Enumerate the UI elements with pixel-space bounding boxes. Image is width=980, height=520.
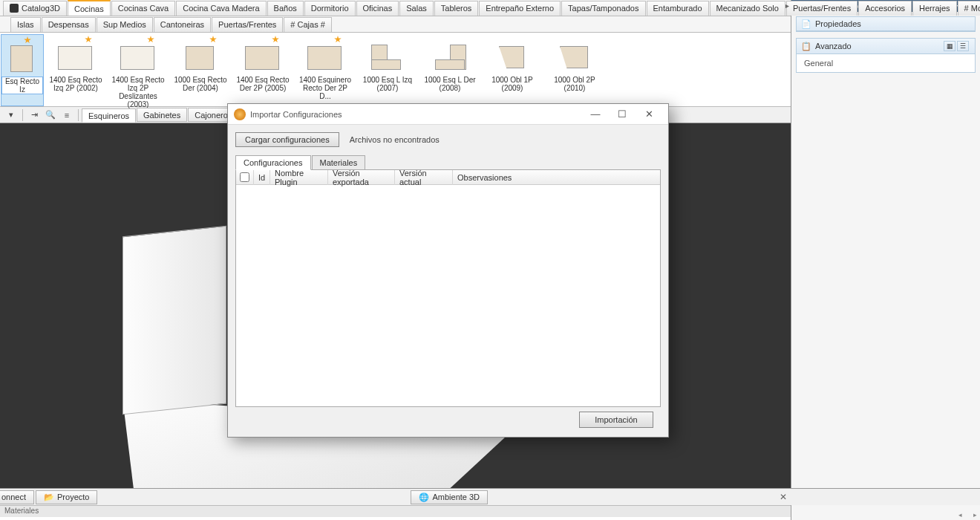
gallery-label: 1000 Esq Recto Der (2004) [170,76,231,92]
tab-tableros[interactable]: Tableros [434,1,479,16]
tab-mecanizado[interactable]: Mecanizado Solo [710,1,785,16]
gallery-label: 1400 Esq Recto Der 2P (2005) [232,76,293,92]
star-icon [147,36,154,43]
scroll-left-icon[interactable]: ◂ [958,511,962,519]
gallery-item[interactable]: 1000 Obl 2P (2010) [544,34,605,106]
avanzado-box: 📋 Avanzado ▦ ☰ General [796,38,976,73]
import-dialog: Importar Configuraciones — ☐ ✕ Cargar co… [227,103,669,438]
tab-configuraciones[interactable]: Configuraciones [235,155,311,170]
app-icon [234,108,246,120]
panel-shape [122,231,226,409]
tab-catalog3d[interactable]: Catalog3D [3,1,67,16]
col-version-exp[interactable]: Versión exportada [328,170,395,185]
tab-montaje[interactable]: # Montaje # [958,1,980,16]
tab-dormitorio[interactable]: Dormitorio [304,1,356,16]
dialog-titlebar[interactable]: Importar Configuraciones — ☐ ✕ [228,104,668,125]
view-grid-icon[interactable]: ▦ [944,41,956,51]
gallery-item-selected[interactable]: Esq Recto Iz [1,34,44,106]
search-icon[interactable]: 🔍 [45,109,56,121]
tab-cocinas[interactable]: Cocinas [68,0,111,16]
gallery-label: 1000 Esq L Der (2008) [419,76,480,92]
separator [22,109,23,121]
tab-cajas[interactable]: # Cajas # [284,17,331,32]
tab-tapas[interactable]: Tapas/Tamponados [561,1,645,16]
main-tabs-row1: Catalog3D Cocinas Cocinas Cava Cocina Ca… [0,0,791,16]
globe-icon: 🌐 [419,493,429,502]
tab-cantoneiras[interactable]: Cantoneiras [154,17,211,32]
gallery-label: 1000 Esq L Izq (2007) [357,76,418,92]
gallery-item[interactable]: 1400 Esq Recto Izq 2P Deslizantes (2003) [108,34,169,106]
view-list-icon[interactable]: ☰ [957,41,969,51]
tab-despensas[interactable]: Despensas [42,17,96,32]
avanzado-header[interactable]: 📋 Avanzado ▦ ☰ [797,39,975,54]
gallery-item[interactable]: 1000 Esq Recto Der (2004) [170,34,231,106]
tab-herrajes[interactable]: Herrajes [912,1,957,16]
gallery-item[interactable]: 1400 Esquinero Recto Der 2P D... [295,34,356,106]
select-all-checkbox[interactable] [236,170,254,185]
tab-sup-medios[interactable]: Sup Medios [97,17,153,32]
propiedades-label: Propiedades [815,19,861,28]
folder-icon: 📂 [44,493,54,502]
tab-banos[interactable]: Baños [267,1,304,16]
star-icon [334,36,342,43]
tab-proyecto[interactable]: 📂Proyecto [36,490,97,504]
mid-tab-gabinetes[interactable]: Gabinetes [137,108,187,122]
close-icon[interactable]: ✕ [780,492,787,502]
gallery-item[interactable]: 1400 Esq Recto Der 2P (2005) [232,34,293,106]
separator [78,109,79,121]
importacion-button[interactable]: Importación [579,412,653,428]
advanced-icon: 📋 [801,42,811,51]
tab-puertas[interactable]: Puertas/Frentes [786,1,858,16]
tab-salas[interactable]: Salas [399,1,434,16]
gallery-item[interactable]: 1000 Obl 1P (2009) [482,34,543,106]
propiedades-header[interactable]: 📄 Propiedades [797,17,975,31]
tab-accesorios[interactable]: Accesorios [858,1,912,16]
col-id[interactable]: Id [254,170,270,185]
avanzado-label: Avanzado [815,42,944,51]
tab-oficinas[interactable]: Oficinas [356,1,399,16]
maximize-icon[interactable]: ☐ [609,108,636,120]
properties-icon: 📄 [801,19,811,28]
table-header: Id Nombre Plugin Versión exportada Versi… [236,170,660,185]
gallery-label: 1400 Esq Recto Izq 2P Deslizantes (2003) [108,76,169,108]
minimize-icon[interactable]: — [582,108,609,120]
dropdown-icon[interactable]: ▾ [5,109,17,121]
tab-catalog3d-label: Catalog3D [22,4,60,13]
tab-puertas-frentes[interactable]: Puertas/Frentes [212,17,283,32]
gallery-item[interactable]: 1000 Esq L Der (2008) [419,34,480,106]
col-version-act[interactable]: Versión actual [395,170,453,185]
tab-entrepano[interactable]: Entrepaño Externo [479,1,561,16]
tab-connect[interactable]: onnect [0,490,34,504]
tab-islas[interactable]: Islas [10,17,41,32]
tab-ambiente-label: Ambiente 3D [432,493,480,501]
tab-materiales[interactable]: Materiales [312,155,366,170]
cargar-button[interactable]: Cargar configuraciones [235,132,339,147]
tab-scroll-right-icon[interactable]: ▸ [785,1,789,10]
gallery-label: 1400 Esquinero Recto Der 2P D... [295,76,356,100]
tab-cocina-cava-madera[interactable]: Cocina Cava Madera [176,1,266,16]
scroll-right-icon[interactable]: ▸ [973,511,977,519]
general-label: General [797,54,975,72]
bottom-tabs: onnect 📂Proyecto 🌐Ambiente 3D ✕ [0,488,980,505]
tab-proyecto-label: Proyecto [57,493,89,501]
star-icon [272,36,279,43]
config-table: Id Nombre Plugin Versión exportada Versi… [235,169,661,407]
gallery-label: Esq Recto Iz [1,77,43,94]
tab-ambiente3d[interactable]: 🌐Ambiente 3D [411,490,488,504]
dialog-tabs: Configuraciones Materiales [235,155,661,170]
col-nombre[interactable]: Nombre Plugin [270,170,328,185]
star-icon [85,36,92,43]
propiedades-box: 📄 Propiedades [796,16,976,32]
gallery-item[interactable]: 1000 Esq L Izq (2007) [357,34,418,106]
close-icon[interactable]: ✕ [636,108,662,120]
catalog-gallery: Esq Recto Iz 1400 Esq Recto Izq 2P (2002… [0,33,791,107]
no-files-label: Archivos no encontrados [350,135,440,144]
arrow-in-icon[interactable]: ⇥ [28,109,40,121]
tab-cocinas-cava[interactable]: Cocinas Cava [111,1,175,16]
mid-tab-esquineros[interactable]: Esquineros [82,108,136,123]
list-icon[interactable]: ≡ [61,109,73,121]
col-obs[interactable]: Observasiones [453,170,660,185]
tab-entamburado[interactable]: Entamburado [647,1,709,16]
gallery-item[interactable]: 1400 Esq Recto Izq 2P (2002) [45,34,106,106]
gallery-label: 1000 Obl 2P (2010) [544,76,605,92]
